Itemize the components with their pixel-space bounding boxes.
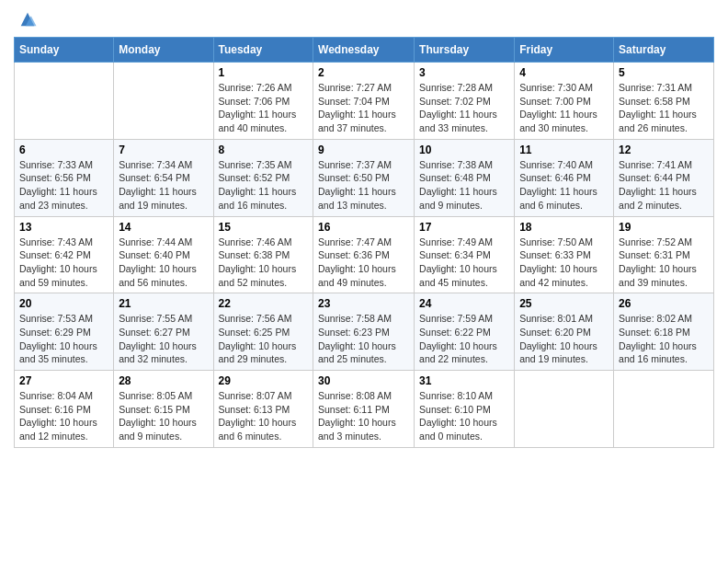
calendar-cell: 19Sunrise: 7:52 AM Sunset: 6:31 PM Dayli… xyxy=(614,216,714,293)
day-info: Sunrise: 7:27 AM Sunset: 7:04 PM Dayligh… xyxy=(318,81,409,135)
calendar-cell: 31Sunrise: 8:10 AM Sunset: 6:10 PM Dayli… xyxy=(415,371,515,448)
day-of-week-header: Monday xyxy=(114,38,213,63)
calendar-header-row: SundayMondayTuesdayWednesdayThursdayFrid… xyxy=(15,38,714,63)
day-info: Sunrise: 8:07 AM Sunset: 6:13 PM Dayligh… xyxy=(219,389,309,443)
day-info: Sunrise: 8:05 AM Sunset: 6:15 PM Dayligh… xyxy=(119,389,208,443)
day-number: 24 xyxy=(419,297,509,310)
day-info: Sunrise: 8:02 AM Sunset: 6:18 PM Dayligh… xyxy=(619,312,709,366)
calendar-cell: 11Sunrise: 7:40 AM Sunset: 6:46 PM Dayli… xyxy=(515,139,614,216)
calendar-cell: 2Sunrise: 7:27 AM Sunset: 7:04 PM Daylig… xyxy=(313,63,415,140)
page-header xyxy=(14,9,714,29)
calendar-cell: 6Sunrise: 7:33 AM Sunset: 6:56 PM Daylig… xyxy=(15,139,114,216)
day-number: 26 xyxy=(619,297,709,310)
day-info: Sunrise: 7:47 AM Sunset: 6:36 PM Dayligh… xyxy=(318,236,409,290)
calendar-cell: 21Sunrise: 7:55 AM Sunset: 6:27 PM Dayli… xyxy=(114,293,213,371)
calendar-cell: 26Sunrise: 8:02 AM Sunset: 6:18 PM Dayli… xyxy=(614,293,714,371)
calendar-cell: 24Sunrise: 7:59 AM Sunset: 6:22 PM Dayli… xyxy=(415,293,515,371)
calendar-cell: 22Sunrise: 7:56 AM Sunset: 6:25 PM Dayli… xyxy=(213,293,313,371)
calendar-cell: 1Sunrise: 7:26 AM Sunset: 7:06 PM Daylig… xyxy=(213,63,313,140)
calendar-cell: 28Sunrise: 8:05 AM Sunset: 6:15 PM Dayli… xyxy=(114,371,213,448)
day-info: Sunrise: 7:59 AM Sunset: 6:22 PM Dayligh… xyxy=(419,312,509,366)
day-number: 31 xyxy=(419,374,509,387)
logo-icon xyxy=(17,9,38,29)
day-info: Sunrise: 8:10 AM Sunset: 6:10 PM Dayligh… xyxy=(419,389,509,443)
day-info: Sunrise: 7:49 AM Sunset: 6:34 PM Dayligh… xyxy=(419,236,509,290)
calendar-cell: 9Sunrise: 7:37 AM Sunset: 6:50 PM Daylig… xyxy=(313,139,415,216)
calendar-cell xyxy=(614,371,714,448)
calendar-cell: 10Sunrise: 7:38 AM Sunset: 6:48 PM Dayli… xyxy=(415,139,515,216)
day-number: 7 xyxy=(119,144,208,156)
day-number: 15 xyxy=(219,221,309,234)
calendar-week-row: 6Sunrise: 7:33 AM Sunset: 6:56 PM Daylig… xyxy=(15,139,714,216)
day-info: Sunrise: 7:30 AM Sunset: 7:00 PM Dayligh… xyxy=(519,81,609,135)
calendar-cell: 29Sunrise: 8:07 AM Sunset: 6:13 PM Dayli… xyxy=(213,371,313,448)
calendar-cell: 18Sunrise: 7:50 AM Sunset: 6:33 PM Dayli… xyxy=(515,216,614,293)
day-number: 21 xyxy=(119,297,208,310)
day-number: 16 xyxy=(318,221,409,234)
day-info: Sunrise: 7:35 AM Sunset: 6:52 PM Dayligh… xyxy=(219,158,309,213)
day-info: Sunrise: 7:56 AM Sunset: 6:25 PM Dayligh… xyxy=(219,312,309,366)
calendar-cell: 23Sunrise: 7:58 AM Sunset: 6:23 PM Dayli… xyxy=(313,293,415,371)
day-of-week-header: Thursday xyxy=(415,38,515,63)
day-info: Sunrise: 8:01 AM Sunset: 6:20 PM Dayligh… xyxy=(519,312,609,366)
day-of-week-header: Friday xyxy=(515,38,614,63)
calendar-week-row: 1Sunrise: 7:26 AM Sunset: 7:06 PM Daylig… xyxy=(15,63,714,140)
day-info: Sunrise: 8:08 AM Sunset: 6:11 PM Dayligh… xyxy=(318,389,409,443)
calendar-week-row: 13Sunrise: 7:43 AM Sunset: 6:42 PM Dayli… xyxy=(15,216,714,293)
day-info: Sunrise: 7:33 AM Sunset: 6:56 PM Dayligh… xyxy=(19,158,108,213)
day-number: 3 xyxy=(419,66,509,79)
day-info: Sunrise: 7:37 AM Sunset: 6:50 PM Dayligh… xyxy=(318,158,409,213)
calendar-cell: 27Sunrise: 8:04 AM Sunset: 6:16 PM Dayli… xyxy=(15,371,114,448)
calendar-cell: 7Sunrise: 7:34 AM Sunset: 6:54 PM Daylig… xyxy=(114,139,213,216)
day-number: 25 xyxy=(519,297,609,310)
calendar-cell: 4Sunrise: 7:30 AM Sunset: 7:00 PM Daylig… xyxy=(515,63,614,140)
day-info: Sunrise: 7:41 AM Sunset: 6:44 PM Dayligh… xyxy=(619,158,709,213)
day-info: Sunrise: 7:58 AM Sunset: 6:23 PM Dayligh… xyxy=(318,312,409,366)
day-of-week-header: Saturday xyxy=(614,38,714,63)
day-number: 11 xyxy=(519,144,609,156)
calendar-cell xyxy=(15,63,114,140)
day-info: Sunrise: 7:44 AM Sunset: 6:40 PM Dayligh… xyxy=(119,236,208,290)
calendar-cell: 14Sunrise: 7:44 AM Sunset: 6:40 PM Dayli… xyxy=(114,216,213,293)
calendar-cell: 16Sunrise: 7:47 AM Sunset: 6:36 PM Dayli… xyxy=(313,216,415,293)
day-number: 29 xyxy=(219,374,309,387)
day-number: 19 xyxy=(619,221,709,234)
day-info: Sunrise: 7:53 AM Sunset: 6:29 PM Dayligh… xyxy=(19,312,108,366)
calendar-cell: 12Sunrise: 7:41 AM Sunset: 6:44 PM Dayli… xyxy=(614,139,714,216)
day-info: Sunrise: 7:38 AM Sunset: 6:48 PM Dayligh… xyxy=(419,158,509,213)
day-of-week-header: Sunday xyxy=(15,38,114,63)
logo xyxy=(14,9,38,29)
day-info: Sunrise: 7:26 AM Sunset: 7:06 PM Dayligh… xyxy=(219,81,309,135)
day-number: 6 xyxy=(19,144,108,156)
day-info: Sunrise: 7:55 AM Sunset: 6:27 PM Dayligh… xyxy=(119,312,208,366)
calendar-cell: 17Sunrise: 7:49 AM Sunset: 6:34 PM Dayli… xyxy=(415,216,515,293)
calendar-cell: 25Sunrise: 8:01 AM Sunset: 6:20 PM Dayli… xyxy=(515,293,614,371)
calendar-cell: 15Sunrise: 7:46 AM Sunset: 6:38 PM Dayli… xyxy=(213,216,313,293)
calendar-week-row: 27Sunrise: 8:04 AM Sunset: 6:16 PM Dayli… xyxy=(15,371,714,448)
day-info: Sunrise: 7:34 AM Sunset: 6:54 PM Dayligh… xyxy=(119,158,208,213)
day-info: Sunrise: 7:31 AM Sunset: 6:58 PM Dayligh… xyxy=(619,81,709,135)
day-info: Sunrise: 7:40 AM Sunset: 6:46 PM Dayligh… xyxy=(519,158,609,213)
calendar-cell xyxy=(114,63,213,140)
calendar-cell: 8Sunrise: 7:35 AM Sunset: 6:52 PM Daylig… xyxy=(213,139,313,216)
day-number: 4 xyxy=(519,66,609,79)
day-number: 2 xyxy=(318,66,409,79)
day-number: 13 xyxy=(19,221,108,234)
calendar-cell: 3Sunrise: 7:28 AM Sunset: 7:02 PM Daylig… xyxy=(415,63,515,140)
calendar-cell: 5Sunrise: 7:31 AM Sunset: 6:58 PM Daylig… xyxy=(614,63,714,140)
day-info: Sunrise: 7:50 AM Sunset: 6:33 PM Dayligh… xyxy=(519,236,609,290)
day-number: 10 xyxy=(419,144,509,156)
day-info: Sunrise: 8:04 AM Sunset: 6:16 PM Dayligh… xyxy=(19,389,108,443)
day-number: 27 xyxy=(19,374,108,387)
day-info: Sunrise: 7:43 AM Sunset: 6:42 PM Dayligh… xyxy=(19,236,108,290)
calendar-cell: 30Sunrise: 8:08 AM Sunset: 6:11 PM Dayli… xyxy=(313,371,415,448)
calendar-cell xyxy=(515,371,614,448)
day-of-week-header: Tuesday xyxy=(213,38,313,63)
day-info: Sunrise: 7:46 AM Sunset: 6:38 PM Dayligh… xyxy=(219,236,309,290)
day-number: 28 xyxy=(119,374,208,387)
day-info: Sunrise: 7:52 AM Sunset: 6:31 PM Dayligh… xyxy=(619,236,709,290)
day-number: 30 xyxy=(318,374,409,387)
day-number: 17 xyxy=(419,221,509,234)
day-of-week-header: Wednesday xyxy=(313,38,415,63)
calendar-cell: 13Sunrise: 7:43 AM Sunset: 6:42 PM Dayli… xyxy=(15,216,114,293)
